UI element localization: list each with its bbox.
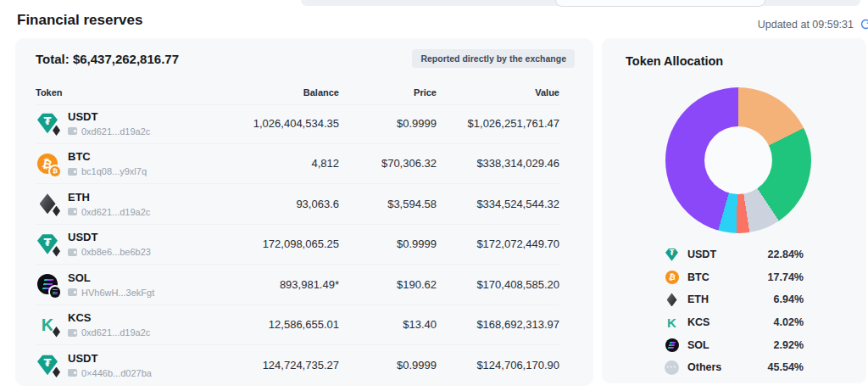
address-text: 0xd621...d19a2c: [81, 327, 150, 338]
total-value: Total: $6,437,262,816.77: [36, 52, 179, 66]
token-address[interactable]: 0xd621...d19a2c: [68, 126, 150, 137]
table-row[interactable]: ₮ USDT 0xd621...d19a2c 1,026,404,534.35 …: [36, 103, 559, 144]
chain-badge-eth-icon: [51, 123, 62, 137]
wallet-icon: [68, 168, 77, 176]
wallet-icon: [68, 249, 77, 256]
legend-token-label: BTC: [687, 271, 760, 283]
legend-percentage: 45.54%: [768, 361, 804, 373]
value-cell: $172,072,449.70: [437, 237, 559, 250]
token-icon-slot: [36, 272, 59, 296]
refresh-icon[interactable]: [859, 17, 868, 31]
token-address[interactable]: 0xd621...d19a2c: [68, 207, 150, 217]
price-cell: $0.9999: [339, 359, 437, 371]
allocation-donut-chart[interactable]: [665, 87, 811, 233]
balance-cell: 12,586,655.01: [212, 318, 339, 331]
column-header-price: Price: [339, 87, 437, 98]
reported-badge: Reported directly by the exchange: [412, 49, 575, 68]
balance-cell: 124,724,735.27: [212, 359, 339, 371]
financial-reserves-card: Total: $6,437,262,816.77 Reported direct…: [15, 38, 593, 386]
token-address[interactable]: bc1q08...y9xl7q: [68, 166, 147, 176]
token-icon-slot: K: [36, 313, 59, 337]
address-text: HVh6wH...3ekFgt: [81, 288, 154, 298]
table-row[interactable]: ₿₿ BTC bc1q08...y9xl7q 4,812 $70,306.32 …: [36, 144, 559, 185]
legend-item: ··· Others 45.54%: [665, 356, 804, 379]
table-row[interactable]: K KCS 0xd621...d19a2c 12,586,655.01 $13.…: [36, 305, 559, 346]
token-icon-slot: [36, 192, 59, 215]
eth-icon: [665, 293, 679, 307]
value-cell: $1,026,251,761.47: [437, 117, 559, 130]
value-cell: $170,408,585.20: [437, 278, 559, 291]
others-icon: ···: [665, 360, 679, 375]
table-row[interactable]: ₮ USDT 0×446b...d027ba 124,724,735.27 $0…: [36, 345, 559, 385]
token-address[interactable]: HVh6wH...3ekFgt: [68, 288, 154, 298]
value-cell: $124,706,170.90: [437, 359, 559, 371]
btc-icon: ₿: [665, 271, 679, 285]
balance-cell: 172,098,065.25: [212, 237, 339, 250]
top-toolbar-pill-fragment[interactable]: [555, 0, 765, 7]
legend-percentage: 2.92%: [774, 339, 804, 351]
value-cell: $334,524,544.32: [437, 198, 559, 210]
legend-token-label: USDT: [687, 249, 760, 260]
table-row[interactable]: ETH 0xd621...d19a2c 93,063.6 $3,594.58 $…: [36, 184, 559, 225]
token-icon-slot: ₮: [36, 353, 59, 377]
table-header: Token Balance Price Value: [36, 87, 559, 105]
table-row[interactable]: SOL HVh6wH...3ekFgt 893,981.49* $190.62 …: [36, 265, 559, 305]
kcs-icon: K: [665, 316, 679, 330]
token-allocation-card: Token Allocation ₮ USDT 22.84% ₿ BTC 17.…: [602, 38, 866, 383]
chain-badge-eth-icon: [51, 325, 62, 339]
legend-item: SOL 2.92%: [665, 333, 804, 356]
token-name: ETH: [68, 191, 150, 204]
legend-token-label: KCS: [687, 316, 765, 328]
value-cell: $168,692,313.97: [437, 318, 559, 331]
column-header-balance: Balance: [212, 87, 339, 98]
legend-percentage: 22.84%: [768, 249, 804, 260]
page-title: Financial reserves: [17, 12, 142, 29]
donut-hole: [704, 126, 772, 194]
price-cell: $0.9999: [339, 237, 437, 250]
address-text: 0×446b...d027ba: [81, 368, 152, 378]
token-name: USDT: [68, 231, 151, 244]
updated-timestamp: Updated at 09:59:31: [758, 19, 854, 31]
total-row: Total: $6,437,262,816.77 Reported direct…: [36, 49, 575, 68]
token-name: USDT: [68, 352, 152, 366]
legend-percentage: 17.74%: [768, 271, 804, 283]
legend-item: K KCS 4.02%: [665, 311, 804, 334]
price-cell: $70,306.32: [339, 157, 437, 170]
reserves-table-body: ₮ USDT 0xd621...d19a2c 1,026,404,534.35 …: [36, 103, 559, 385]
token-name: BTC: [68, 150, 147, 164]
legend-icon-slot: ···: [665, 360, 679, 375]
wallet-icon: [68, 329, 77, 337]
legend-item: ETH 6.94%: [665, 288, 804, 311]
wallet-icon: [68, 288, 77, 296]
token-address[interactable]: 0xd621...d19a2c: [68, 327, 150, 338]
wallet-icon: [68, 369, 77, 377]
legend-percentage: 6.94%: [774, 293, 804, 305]
token-icon-slot: ₮: [36, 111, 59, 135]
token-address[interactable]: 0xb8e6...be6b23: [68, 247, 151, 257]
legend-token-label: SOL: [687, 339, 765, 351]
balance-cell: 893,981.49*: [212, 278, 339, 291]
table-row[interactable]: ₮ USDT 0xb8e6...be6b23 172,098,065.25 $0…: [36, 225, 559, 265]
address-text: 0xb8e6...be6b23: [81, 247, 151, 257]
value-cell: $338,314,029.46: [437, 157, 559, 170]
address-text: 0xd621...d19a2c: [81, 126, 150, 137]
address-text: bc1q08...y9xl7q: [81, 166, 147, 176]
legend-token-label: ETH: [687, 293, 765, 305]
token-name: KCS: [68, 311, 150, 325]
chain-badge-eth-icon: [51, 365, 62, 379]
sol-icon: [665, 338, 679, 353]
column-header-value: Value: [437, 87, 559, 98]
legend-token-label: Others: [687, 361, 760, 373]
token-name: SOL: [68, 271, 154, 285]
usdt-icon: ₮: [665, 249, 679, 263]
legend-item: ₮ USDT 22.84%: [665, 243, 804, 266]
legend-icon-slot: ₿: [665, 270, 679, 284]
address-text: 0xd621...d19a2c: [81, 207, 150, 217]
allocation-title: Token Allocation: [626, 54, 723, 68]
token-address[interactable]: 0×446b...d027ba: [68, 368, 152, 378]
price-cell: $0.9999: [339, 117, 437, 130]
legend-percentage: 4.02%: [774, 316, 804, 328]
allocation-legend: ₮ USDT 22.84% ₿ BTC 17.74% ETH 6.94% K K…: [665, 243, 804, 379]
legend-icon-slot: [665, 338, 679, 352]
chain-badge-eth-icon: [51, 244, 62, 259]
